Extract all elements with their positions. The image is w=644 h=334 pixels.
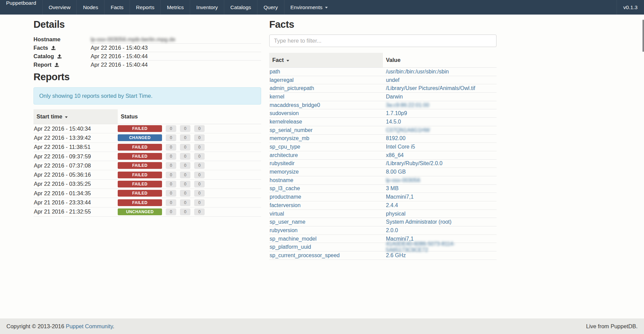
fact-value-link[interactable]: /Library/User Pictures/Animals/Owl.tif	[383, 85, 497, 91]
report-status-badge[interactable]: FAILED	[118, 125, 162, 132]
navbar-item[interactable]: Metrics	[160, 0, 190, 15]
vertical-scrollbar[interactable]	[643, 20, 644, 52]
details-label: Facts	[33, 45, 48, 51]
fact-name-link[interactable]: sp_platform_uuid	[269, 244, 383, 250]
details-value: lp-osx-003056.mpib-berlin.mpg.de	[91, 36, 175, 43]
report-row: Apr 22 2016 - 03:35:25 FAILED 0 0 0	[33, 180, 261, 189]
fact-name-link[interactable]: rubysitedir	[269, 160, 383, 166]
fact-name-link[interactable]: sp_serial_number	[269, 127, 383, 133]
puppet-community-link[interactable]: Puppet Community	[66, 323, 113, 329]
fact-value-link[interactable]: 8192.00	[383, 135, 497, 141]
report-start-time: Apr 21 2016 - 21:32:55	[33, 208, 118, 215]
fact-name-link[interactable]: sp_l3_cache	[269, 185, 383, 192]
fact-value-link[interactable]: 8.00 GB	[383, 169, 497, 175]
fact-name-link[interactable]: hostname	[269, 177, 383, 183]
fact-value-link[interactable]: /Library/Ruby/Site/2.0.0	[383, 160, 497, 166]
navbar-item[interactable]: Inventory	[190, 0, 224, 15]
fact-value-link[interactable]: 1.7.10p9	[383, 110, 497, 116]
navbar-item[interactable]: Query	[257, 0, 284, 15]
fact-value-link[interactable]: 14.5.0	[383, 119, 497, 125]
navbar-item-environments[interactable]: Environments	[284, 0, 334, 15]
fact-value-link[interactable]: C07QN1A6G1HW	[383, 127, 497, 133]
report-row: Apr 22 2016 - 11:38:51 FAILED 0 0 0	[33, 143, 261, 152]
fact-name-link[interactable]: kernel	[269, 94, 383, 100]
report-status-badge[interactable]: CHANGED	[118, 134, 162, 141]
column-header-status[interactable]: Status	[118, 109, 261, 124]
report-start-time: Apr 22 2016 - 13:39:42	[33, 135, 118, 141]
fact-row: hostname lp-osx-003056	[269, 176, 497, 185]
navbar-item[interactable]: Nodes	[76, 0, 104, 15]
fact-name-link[interactable]: facterversion	[269, 202, 383, 208]
facts-column: Facts Fact Value path /usr/bin:/bin:/usr…	[269, 15, 497, 260]
fact-name-link[interactable]: architecture	[269, 152, 383, 158]
report-count-unchanged: 0	[194, 190, 205, 197]
fact-value-link[interactable]: System Administrator (root)	[383, 219, 497, 225]
report-status-badge[interactable]: FAILED	[118, 190, 162, 197]
navbar-links: Overview Nodes Facts Reports Metrics Inv…	[42, 0, 284, 15]
fact-value-link[interactable]: /usr/bin:/bin:/usr/sbin:/sbin	[383, 69, 497, 75]
fact-name-link[interactable]: memorysize	[269, 169, 383, 175]
fact-value-link[interactable]: physical	[383, 211, 497, 217]
fact-value-link[interactable]: Darwin	[383, 94, 497, 100]
fact-name-link[interactable]: sp_cpu_type	[269, 144, 383, 150]
report-status-badge[interactable]: FAILED	[118, 144, 162, 151]
report-start-time: Apr 22 2016 - 15:40:34	[33, 126, 118, 132]
fact-value-link[interactable]: 2.6 GHz	[383, 252, 497, 259]
fact-value-link[interactable]: 2.4.4	[383, 202, 497, 208]
fact-name-link[interactable]: sp_machine_model	[269, 236, 383, 242]
fact-value-link[interactable]: lp-osx-003056	[383, 177, 497, 183]
column-header-fact[interactable]: Fact	[269, 53, 383, 67]
fact-name-link[interactable]: rubyversion	[269, 227, 383, 233]
navbar-brand[interactable]: Puppetboard	[0, 0, 42, 15]
fact-name-link[interactable]: kernelrelease	[269, 119, 383, 125]
fact-row: sp_platform_uuid 41A0DE40-6086-5073-8114…	[269, 243, 497, 251]
fact-name-link[interactable]: macaddress_bridge0	[269, 102, 383, 108]
reports-table: Start time Status Apr 22 2016 - 15:40:34…	[33, 109, 261, 217]
report-status-badge[interactable]: UNCHANGED	[118, 208, 162, 215]
fact-value-link[interactable]: 2.0.0	[383, 227, 497, 233]
report-count-changed: 0	[180, 134, 190, 141]
fact-name-link[interactable]: productname	[269, 194, 383, 200]
report-status-badge[interactable]: FAILED	[118, 172, 162, 178]
puppetdb-status-text: Live from PuppetDB.	[586, 323, 638, 330]
fact-name-link[interactable]: virtual	[269, 211, 383, 217]
column-header-value[interactable]: Value	[383, 53, 497, 67]
report-count-unchanged: 0	[194, 208, 205, 215]
report-count-changed: 0	[180, 208, 190, 215]
fact-name-link[interactable]: lagerregal	[269, 77, 383, 83]
report-count-failed: 0	[166, 144, 176, 151]
fact-name-link[interactable]: sp_current_processor_speed	[269, 252, 383, 259]
fact-name-link[interactable]: sp_user_name	[269, 219, 383, 225]
report-status-badge[interactable]: FAILED	[118, 181, 162, 187]
fact-row: productname Macmini7,1	[269, 193, 497, 201]
navbar-item[interactable]: Overview	[42, 0, 77, 15]
fact-name-link[interactable]: memorysize_mb	[269, 135, 383, 141]
fact-name-link[interactable]: sudoversion	[269, 110, 383, 116]
facts-filter-input[interactable]	[269, 35, 497, 47]
fact-row: lagerregal undef	[269, 76, 497, 85]
fact-row: sp_cpu_type Intel Core i5	[269, 143, 497, 151]
fact-value-link[interactable]: undef	[383, 77, 497, 83]
report-row: Apr 22 2016 - 09:37:59 FAILED 0 0 0	[33, 152, 261, 161]
fact-name-link[interactable]: path	[269, 69, 383, 75]
fact-value-link[interactable]: Macmini7,1	[383, 194, 497, 200]
fact-value-link[interactable]: 3a:c9:86:22:01:00	[383, 102, 497, 108]
report-row: Apr 22 2016 - 15:40:34 FAILED 0 0 0	[33, 124, 261, 133]
reports-table-body: Apr 22 2016 - 15:40:34 FAILED 0 0 0 Apr …	[33, 124, 261, 217]
fact-value-link[interactable]: Intel Core i5	[383, 144, 497, 150]
details-value: Apr 22 2016 - 15:40:44	[91, 62, 148, 68]
upload-icon	[54, 63, 59, 67]
navbar-item[interactable]: Catalogs	[224, 0, 257, 15]
navbar-item[interactable]: Facts	[104, 0, 130, 15]
details-row: Facts Apr 22 2016 - 15:40:43	[33, 44, 261, 52]
report-status-badge[interactable]: FAILED	[118, 153, 162, 160]
report-status-badge[interactable]: FAILED	[118, 199, 162, 206]
report-status-badge[interactable]: FAILED	[118, 162, 162, 169]
sort-desc-icon	[286, 60, 289, 62]
fact-value-link[interactable]: 3 MB	[383, 185, 497, 192]
navbar-item[interactable]: Reports	[130, 0, 160, 15]
column-header-start-time[interactable]: Start time	[33, 109, 118, 124]
fact-value-link[interactable]: 41A0DE40-6086-5073-8114-5A65173C9CE72	[383, 241, 497, 253]
fact-value-link[interactable]: x86_64	[383, 152, 497, 158]
fact-name-link[interactable]: admin_picturepath	[269, 85, 383, 91]
